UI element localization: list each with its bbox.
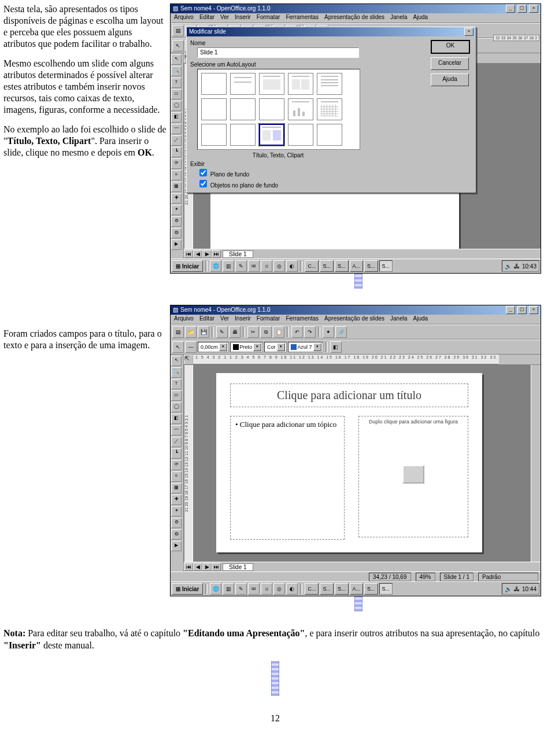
layout-two-content[interactable] (288, 73, 313, 95)
menu-janela[interactable]: Janela (390, 315, 407, 324)
tab-prev-icon[interactable]: ◀ (193, 563, 202, 571)
tb-save-icon[interactable]: 💾 (198, 326, 209, 338)
sb-insert-icon[interactable]: ✚ (171, 193, 182, 204)
tab-first-icon[interactable]: ⏮ (184, 250, 193, 258)
tb-cut-icon[interactable]: ✂ (247, 326, 259, 338)
cancel-button[interactable]: Cancelar (431, 57, 469, 70)
sb-presentation-icon[interactable]: ▶ (171, 541, 182, 551)
menu-inserir[interactable]: Inserir (235, 14, 251, 23)
sb-presentation-icon[interactable]: ▶ (171, 239, 182, 250)
tb-nav-icon[interactable]: ✦ (323, 326, 334, 338)
slide-name-field[interactable]: Slide 1 (197, 47, 359, 58)
tb-edit-icon[interactable]: ✎ (216, 326, 228, 338)
ql-desktop-icon[interactable]: ▥ (223, 260, 234, 272)
tb-open-icon[interactable]: 📂 (185, 326, 197, 338)
tray-net-icon[interactable]: 🖧 (514, 263, 520, 270)
slide-tab[interactable]: Slide 1 (223, 250, 253, 258)
menu-apresentacao[interactable]: Apresentação de slides (324, 14, 384, 23)
sb-effects-icon[interactable]: ✶ (171, 506, 182, 517)
sb-insert-icon[interactable]: ✚ (171, 495, 182, 505)
start-button[interactable]: ⊞ Iniciar (172, 260, 203, 272)
tab-last-icon[interactable]: ⏭ (212, 563, 221, 571)
slide-tab-2[interactable]: Slide 1 (223, 563, 253, 571)
ok-button[interactable]: OK (431, 40, 470, 54)
layout-blank[interactable] (201, 73, 227, 95)
sb-rect-icon[interactable]: ▭ (171, 89, 182, 99)
ql-mail-icon[interactable]: ✉ (248, 583, 260, 595)
layout-8[interactable] (259, 98, 284, 120)
sb-interaction-icon[interactable]: ⚙ (171, 216, 182, 227)
menu-ver[interactable]: Ver (220, 315, 229, 324)
sb-interaction-icon[interactable]: ⚙ (171, 518, 182, 528)
sb-text-icon[interactable]: T (171, 379, 182, 389)
menu-ajuda[interactable]: Ajuda (413, 315, 428, 324)
layout-title-content[interactable] (259, 73, 284, 95)
menu-formatar[interactable]: Formatar (257, 315, 280, 324)
menu-arquivo[interactable]: Arquivo (174, 14, 194, 23)
sb-3d-icon[interactable]: ◧ (171, 112, 182, 123)
sb-curve-icon[interactable]: 〰 (171, 124, 182, 134)
clipart-placeholder[interactable]: Duplo clique para adicionar uma figura (358, 416, 468, 537)
ql-smile-icon[interactable]: ☺ (261, 260, 272, 272)
close-button[interactable]: × (529, 5, 538, 13)
tb-redo-icon[interactable]: ↷ (304, 326, 316, 338)
sb-effects-icon[interactable]: ✶ (171, 205, 182, 215)
layout-table[interactable] (317, 98, 342, 120)
sb-arrange-icon[interactable]: ▦ (171, 182, 182, 192)
sb-3dwin-icon[interactable]: ◍ (171, 529, 182, 540)
sb-3dwin-icon[interactable]: ◍ (171, 228, 182, 238)
sb-rotate-icon[interactable]: ⟳ (171, 460, 182, 470)
tb-new-icon[interactable]: ▤ (172, 326, 184, 338)
ql-misc2-icon[interactable]: ◐ (286, 260, 298, 272)
menu-ajuda[interactable]: Ajuda (413, 14, 428, 23)
task-6[interactable]: S... (379, 583, 393, 595)
cb-objetos-fundo[interactable]: Objetos no plano de fundo (197, 182, 278, 189)
scrollbar-v[interactable] (531, 365, 541, 562)
task-5[interactable]: S... (364, 260, 378, 272)
tb-shadow-icon[interactable]: ◧ (330, 341, 342, 353)
menu-ferramentas[interactable]: Ferramentas (286, 14, 319, 23)
ql-mail-icon[interactable]: ✉ (248, 260, 260, 272)
tray-net-icon[interactable]: 🖧 (514, 586, 520, 592)
tray-vol-icon[interactable]: 🔈 (505, 586, 512, 592)
sb-ellipse-icon[interactable]: ◯ (171, 402, 182, 412)
task-6[interactable]: S... (379, 260, 393, 272)
tb-print-icon[interactable]: 🖶 (229, 326, 240, 338)
menu-janela[interactable]: Janela (390, 14, 407, 23)
tb-undo-icon[interactable]: ↶ (291, 326, 303, 338)
ql-misc-icon[interactable]: ◎ (273, 260, 285, 272)
layout-7[interactable] (230, 98, 256, 120)
task-3[interactable]: S... (335, 583, 349, 595)
tb-arrow-icon[interactable]: ↖ (172, 341, 184, 353)
task-2[interactable]: S... (320, 583, 334, 595)
tab-prev-icon[interactable]: ◀ (193, 250, 202, 258)
sb-rotate-icon[interactable]: ⟳ (171, 158, 182, 169)
tab-next-icon[interactable]: ▶ (202, 250, 212, 258)
minimize-button[interactable]: _ (506, 306, 515, 314)
tb-copy-icon[interactable]: ⧉ (260, 326, 272, 338)
menu-editar[interactable]: Editar (199, 315, 214, 324)
layout-14[interactable] (288, 124, 313, 146)
help-button[interactable]: Ajuda (431, 73, 469, 86)
fill-color-combo[interactable]: Azul 7▾ (288, 342, 323, 352)
menu-arquivo[interactable]: Arquivo (174, 315, 194, 324)
sb-zoom-icon[interactable]: 🔍 (171, 66, 182, 76)
ql-ie-icon[interactable]: 🌐 (210, 583, 221, 595)
ql-desktop-icon[interactable]: ▥ (223, 583, 234, 595)
ql-smile-icon[interactable]: ☺ (261, 583, 272, 595)
layout-15[interactable] (317, 124, 342, 146)
tb-arrow-icon[interactable]: ↖ (172, 40, 184, 51)
text-placeholder[interactable]: • Clique para adicionar um tópico (230, 416, 345, 540)
sb-arrange-icon[interactable]: ▦ (171, 483, 182, 493)
menu-apresentacao[interactable]: Apresentação de slides (324, 315, 384, 324)
sb-connector-icon[interactable]: ┗ (171, 147, 182, 157)
sb-line-icon[interactable]: ／ (171, 437, 182, 447)
sb-connector-icon[interactable]: ┗ (171, 448, 182, 459)
menu-inserir[interactable]: Inserir (235, 315, 251, 324)
cb-plano-fundo[interactable]: Plano de fundo (197, 171, 249, 178)
task-4[interactable]: A... (350, 260, 364, 272)
task-4[interactable]: A... (350, 583, 364, 595)
sb-ellipse-icon[interactable]: ◯ (171, 101, 182, 111)
ql-oo-icon[interactable]: ✎ (235, 583, 247, 595)
sb-align-icon[interactable]: ≡ (171, 471, 182, 482)
